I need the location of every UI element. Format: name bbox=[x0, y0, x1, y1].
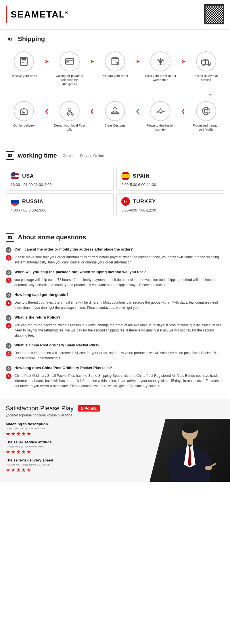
faq-section: Q Can I cancel the order or modify the a… bbox=[0, 244, 230, 399]
shipping-item-7: Depart your local Post offic bbox=[54, 101, 85, 132]
country-name-usa: USA bbox=[22, 173, 34, 179]
faq-q-badge-5: Q bbox=[6, 343, 12, 349]
faq-a-badge-2: A bbox=[6, 278, 12, 283]
faq-q-5: Q What is China Post ordinary Small Pack… bbox=[6, 343, 224, 349]
country-name-turkey: TURKEY bbox=[133, 199, 156, 205]
shipping-item-2: waiting for payment released by Aliexpre… bbox=[54, 51, 85, 86]
faq-q-badge-1: Q bbox=[6, 247, 12, 253]
receive-order-icon bbox=[19, 56, 29, 67]
arrow-4: ➤ bbox=[181, 58, 185, 65]
shipping-item-1: Receive your order bbox=[8, 51, 40, 78]
satisfaction-content: Satisfaction Please Play 5 Points удовле… bbox=[6, 405, 138, 473]
faq-q-text-4: What is the return Policy? bbox=[14, 315, 60, 320]
faq-q-badge-2: Q bbox=[6, 270, 12, 276]
faq-section-header: 03 About some questions bbox=[0, 228, 230, 244]
faq-a-4: A You can return the package, without re… bbox=[6, 323, 224, 338]
rating-sublabel-1: подходящие для описания bbox=[6, 426, 138, 430]
country-times-spain: 2:00-5:00 6:00-11:00 bbox=[121, 183, 219, 187]
faq-q-text-2: When will you ship the package out, whic… bbox=[14, 269, 146, 275]
shipping-title: Shipping bbox=[18, 35, 45, 43]
sort-facility-icon bbox=[201, 106, 211, 116]
brand-reg: ® bbox=[65, 10, 69, 15]
country-card-usa: USA 18:00 - 21:00 22:00-3:00 bbox=[6, 168, 114, 191]
stars-1: ★★★★★ bbox=[6, 431, 138, 437]
arrow-2: ➤ bbox=[90, 58, 94, 65]
faq-a-text-1: Please make sure that your order informa… bbox=[14, 255, 224, 265]
faq-q-text-6: How long does China Post Oridinary Packe… bbox=[14, 365, 112, 371]
faq-q-2: Q When will you ship the package out, wh… bbox=[6, 269, 224, 276]
stars-2: ★★★★★ bbox=[6, 449, 138, 455]
faq-a-text-5: Due to track information will increase 1… bbox=[14, 350, 224, 361]
country-name-row-russia: RUSSIA bbox=[11, 197, 109, 206]
shipping-icon-wrap-9 bbox=[150, 101, 170, 121]
working-subtitle: Customer Service Online bbox=[63, 154, 104, 158]
flag-turkey bbox=[121, 197, 130, 206]
shipping-row-1: Receive your order ➤ waiting for payment… bbox=[6, 49, 224, 89]
shipping-label-10: Processed through sort facility bbox=[190, 123, 222, 132]
faq-a-text-3: Due to different countries, the arrival … bbox=[14, 300, 224, 310]
country-grid: USA 18:00 - 21:00 22:00-3:00 SPAIN 2:00-… bbox=[6, 168, 224, 216]
faq-q-text-3: How long can I get the goods? bbox=[14, 292, 69, 297]
svg-point-25 bbox=[68, 108, 71, 111]
brand-name: SEAMETAL® bbox=[11, 9, 69, 20]
shipping-item-3: Prepare your order bbox=[99, 51, 131, 78]
faq-a-badge-6: A bbox=[6, 373, 12, 379]
satisfaction-section: Satisfaction Please Play 5 Points удовле… bbox=[0, 399, 230, 482]
faq-a-text-4: You can return the package, without reas… bbox=[14, 323, 224, 338]
shipping-icon-wrap-3 bbox=[105, 51, 125, 71]
country-times-russia: 4:00 -7:00 8:00-13:00 bbox=[11, 208, 109, 212]
shipping-section: Receive your order ➤ waiting for payment… bbox=[0, 46, 230, 140]
faq-q-text-5: What is China Post ordinary Small Packet… bbox=[14, 343, 99, 348]
brand-bar bbox=[6, 6, 7, 23]
satisfaction-title-row: Satisfaction Please Play 5 Points bbox=[6, 405, 138, 412]
arrow-7: ❮ bbox=[136, 108, 140, 114]
pack-order-icon bbox=[155, 56, 166, 67]
shipping-item-4: Pack your order at out warehouse bbox=[145, 51, 176, 82]
faq-q-badge-6: Q bbox=[6, 366, 12, 371]
faq-a-badge-1: A bbox=[6, 255, 12, 261]
shipping-item-10: Processed through sort facility bbox=[190, 101, 222, 132]
faq-q-text-1: Can I cancel the order or modify the add… bbox=[14, 247, 133, 252]
satisfaction-title: Satisfaction Please Play bbox=[6, 405, 74, 412]
person-image bbox=[150, 419, 230, 482]
shipping-label-8: Clear Customs bbox=[105, 123, 126, 127]
rating-item-2: The seller service attitude продавец усл… bbox=[6, 440, 138, 455]
arrow-5: ❮ bbox=[45, 108, 49, 114]
svg-rect-39 bbox=[187, 439, 193, 445]
svg-point-28 bbox=[68, 114, 69, 115]
faq-item-6: Q How long does China Post Oridinary Pac… bbox=[6, 365, 224, 389]
country-card-spain: SPAIN 2:00-5:00 6:00-11:00 bbox=[116, 168, 224, 191]
svg-rect-4 bbox=[66, 59, 74, 64]
flag-spain bbox=[121, 172, 130, 180]
faq-a-badge-3: A bbox=[6, 300, 12, 306]
faq-item-4: Q What is the return Policy? A You can r… bbox=[6, 315, 224, 338]
shipping-label-9: Flown to destination country bbox=[145, 123, 176, 132]
shipping-item-8: Clear Customs bbox=[99, 101, 131, 127]
working-title: working time bbox=[18, 152, 57, 159]
country-card-turkey: TURKEY 3:00-6:00 7:00-12:00 bbox=[116, 193, 224, 216]
faq-item-1: Q Can I cancel the order or modify the a… bbox=[6, 247, 224, 265]
arrow-3: ➤ bbox=[136, 58, 140, 65]
rating-label-1: Matching to description bbox=[6, 422, 138, 426]
country-times-usa: 18:00 - 21:00 22:00-3:00 bbox=[11, 183, 109, 187]
country-name-spain: SPAIN bbox=[133, 173, 150, 179]
faq-a-1: A Please make sure that your order infor… bbox=[6, 255, 224, 265]
country-card-russia: RUSSIA 4:00 -7:00 8:00-13:00 bbox=[6, 193, 114, 216]
shipping-item-5: Picked up by mail service bbox=[190, 51, 222, 82]
svg-point-38 bbox=[182, 423, 198, 433]
svg-point-19 bbox=[203, 64, 204, 66]
faq-a-2: A you package will ship out in 72 hours … bbox=[6, 277, 224, 288]
rating-item-1: Matching to description подходящие для о… bbox=[6, 422, 138, 437]
svg-rect-18 bbox=[202, 60, 208, 64]
shipping-label-1: Receive your order bbox=[11, 74, 37, 78]
faq-item-5: Q What is China Post ordinary Small Pack… bbox=[6, 343, 224, 361]
arrow-8: ❮ bbox=[181, 108, 185, 114]
faq-title: About some questions bbox=[18, 234, 86, 241]
payment-icon bbox=[64, 56, 75, 67]
svg-point-29 bbox=[114, 107, 116, 110]
faq-a-6: A China Post Oridinary Small Packet Plus… bbox=[6, 373, 224, 389]
customs-icon bbox=[110, 106, 120, 116]
faq-q-4: Q What is the return Policy? bbox=[6, 315, 224, 321]
arrow-1: ➤ bbox=[45, 58, 49, 65]
faq-a-3: A Due to different countries, the arriva… bbox=[6, 300, 224, 310]
